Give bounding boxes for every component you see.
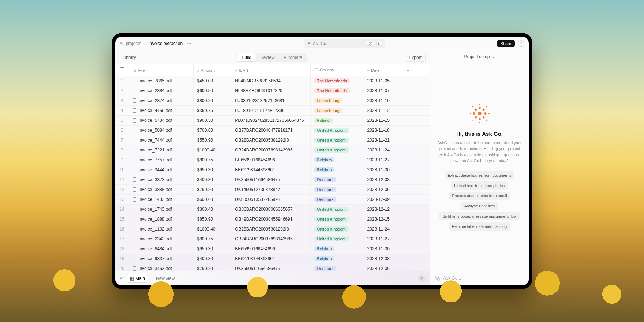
cell-iban[interactable]: GB24BARC20037898143985	[231, 234, 310, 244]
tab-review[interactable]: Review	[256, 53, 279, 61]
cell-date[interactable]: 2023-11-12	[363, 106, 401, 116]
cell-iban[interactable]: LU030102313257152681	[231, 96, 310, 106]
cell-iban[interactable]: GB24BARC20037898143985	[231, 145, 310, 155]
cell-amount[interactable]: $400.80	[193, 254, 231, 264]
cell-amount[interactable]: $900.30	[193, 116, 231, 126]
cell-country[interactable]: United Kingdom	[310, 145, 363, 155]
cell-file[interactable]: invoice_2342.pdf	[129, 234, 193, 244]
cell-date[interactable]: 2023-11-24	[363, 224, 401, 234]
col-amount[interactable]: #Amount	[193, 64, 231, 76]
cell-file[interactable]: invoice_9837.pdf	[129, 254, 193, 264]
cell-country[interactable]: United Kingdom	[310, 214, 363, 224]
cell-iban[interactable]: NL48RABO9691012820	[231, 86, 310, 96]
cell-file[interactable]: invoice_3444.pdf	[129, 165, 193, 175]
suggestion-chip[interactable]: Extract these figures from documents	[445, 171, 515, 179]
table-row[interactable]: 8invoice_7221.pdf$1000.40GB24BARC2003789…	[115, 145, 430, 155]
cell-iban[interactable]: BE62798144368961	[231, 254, 310, 264]
cell-country[interactable]: United Kingdom	[310, 205, 363, 214]
cell-date[interactable]: 2023-11-18	[363, 126, 401, 135]
table-row[interactable]: 18invoice_8484.pdf$950.30BE6599916645469…	[115, 244, 430, 254]
cell-date[interactable]: 2023-11-05	[363, 76, 401, 86]
cell-iban[interactable]: DK3550511664586475	[231, 175, 310, 185]
table-row[interactable]: 15invoice_1888.pdf$850.90GB49BARC2003845…	[115, 214, 430, 224]
cell-iban[interactable]: PL07109024028311727656664876	[231, 116, 310, 126]
select-all-checkbox[interactable]	[120, 67, 124, 72]
cell-country[interactable]: The Netherlands	[310, 86, 363, 96]
cell-file[interactable]: invoice_1433.pdf	[129, 195, 193, 205]
cell-amount[interactable]: $600.50	[193, 86, 231, 96]
table-row[interactable]: 11invoice_3373.pdf$400.80DK3550511664586…	[115, 175, 430, 185]
cell-iban[interactable]: DK3550511664586475	[231, 264, 310, 271]
cell-file[interactable]: invoice_3888.pdf	[129, 185, 193, 195]
share-button[interactable]: Share	[497, 40, 515, 47]
cell-amount[interactable]: $450.00	[193, 76, 231, 86]
col-date[interactable]: ≡Date	[363, 64, 401, 76]
cell-file[interactable]: invoice_2874.pdf	[129, 96, 193, 106]
cell-date[interactable]: 2023-12-15	[363, 214, 401, 224]
library-button[interactable]: Library	[120, 53, 139, 61]
cell-iban[interactable]: DK8050513537285998	[231, 195, 310, 205]
cell-file[interactable]: invoice_7757.pdf	[129, 155, 193, 165]
cell-amount[interactable]: $300.40	[193, 205, 231, 214]
askgo-input[interactable]: 📎 Ask Go...	[430, 270, 529, 285]
table-row[interactable]: 9invoice_7757.pdf$800.75BE65999166454696…	[115, 155, 430, 165]
cell-amount[interactable]: $700.60	[193, 126, 231, 135]
cell-date[interactable]: 2023-12-09	[363, 195, 401, 205]
cell-iban[interactable]: GB49BARC20038455946691	[231, 214, 310, 224]
cell-amount[interactable]: $350.75	[193, 106, 231, 116]
table-row[interactable]: 20invoice_3453.pdf$750.20DK3550511664586…	[115, 264, 430, 271]
select-all-header[interactable]	[115, 64, 129, 76]
cell-file[interactable]: invoice_7221.pdf	[129, 145, 193, 155]
export-button[interactable]: Export	[405, 53, 426, 62]
cell-country[interactable]: Denmark	[310, 195, 363, 205]
cell-date[interactable]: 2023-11-30	[363, 244, 401, 254]
suggestion-chip[interactable]: Analyse CSV files	[461, 202, 498, 210]
cell-file[interactable]: invoice_1743.pdf	[129, 205, 193, 214]
cell-amount[interactable]: $550.90	[193, 135, 231, 145]
cell-amount[interactable]: $950.30	[193, 244, 231, 254]
cell-iban[interactable]: LU180101215174867395	[231, 106, 310, 116]
col-file[interactable]: 🗎File	[129, 64, 193, 76]
cell-file[interactable]: invoice_2384.pdf	[129, 86, 193, 96]
cell-country[interactable]: Poland	[310, 116, 363, 126]
cell-file[interactable]: invoice_7444.pdf	[129, 135, 193, 145]
cell-file[interactable]: invoice_1132.pdf	[129, 224, 193, 234]
view-tab-main[interactable]: ▦ Main	[127, 274, 148, 283]
cell-date[interactable]: 2023-12-03	[363, 175, 401, 185]
cell-date[interactable]: 2023-11-21	[363, 135, 401, 145]
cell-amount[interactable]: $800.75	[193, 155, 231, 165]
table-row[interactable]: 17invoice_2342.pdf$800.75GB24BARC2003789…	[115, 234, 430, 244]
cell-date[interactable]: 2023-12-06	[363, 185, 401, 195]
cell-date[interactable]: 2023-11-07	[363, 86, 401, 96]
cell-date[interactable]: 2023-11-27	[363, 155, 401, 165]
cell-country[interactable]: Luxembourg	[310, 96, 363, 106]
cell-file[interactable]: invoice_1888.pdf	[129, 214, 193, 224]
table-row[interactable]: 4invoice_4456.pdf$350.75LU18010121517486…	[115, 106, 430, 116]
cell-country[interactable]: Belgium	[310, 244, 363, 254]
cell-amount[interactable]: $800.20	[193, 96, 231, 106]
cell-country[interactable]: United Kingdom	[310, 126, 363, 135]
cell-iban[interactable]: GB28BARC20035381292I8	[231, 135, 310, 145]
cell-iban[interactable]: BE62798144368961	[231, 165, 310, 175]
project-setup-dropdown[interactable]: Project setup ⌄	[430, 50, 529, 63]
cell-iban[interactable]: BE65999166454696	[231, 244, 310, 254]
cell-country[interactable]: Belgium	[310, 155, 363, 165]
cell-file[interactable]: invoice_5734.pdf	[129, 116, 193, 126]
cell-country[interactable]: Denmark	[310, 264, 363, 271]
table-row[interactable]: 5invoice_5734.pdf$900.30PL07109024028311…	[115, 116, 430, 126]
data-table-container[interactable]: 🗎File #Amount ≡IBAN ◯Country ≡Date + ⋯ 1…	[115, 64, 430, 271]
cell-file[interactable]: invoice_5884.pdf	[129, 126, 193, 135]
cell-country[interactable]: Belgium	[310, 254, 363, 264]
cell-country[interactable]: Belgium	[310, 165, 363, 175]
table-row[interactable]: 10invoice_3444.pdf$950.30BE6279814436896…	[115, 165, 430, 175]
cell-amount[interactable]: $950.30	[193, 165, 231, 175]
table-row[interactable]: 7invoice_7444.pdf$550.90GB28BARC20035381…	[115, 135, 430, 145]
tab-automate[interactable]: Automate	[279, 53, 306, 61]
cell-country[interactable]: Denmark	[310, 185, 363, 195]
col-iban[interactable]: ≡IBAN	[231, 64, 310, 76]
cell-file[interactable]: invoice_3453.pdf	[129, 264, 193, 271]
cell-iban[interactable]: BE65999166454696	[231, 155, 310, 165]
cell-amount[interactable]: $400.80	[193, 175, 231, 185]
cell-country[interactable]: United Kingdom	[310, 135, 363, 145]
cell-iban[interactable]: DK1450512736378847	[231, 185, 310, 195]
